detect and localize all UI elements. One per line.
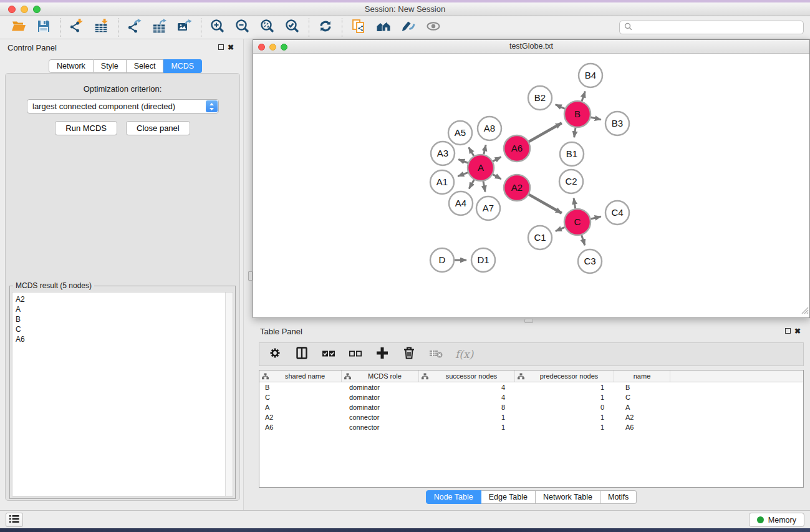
edit-annotations-button[interactable] [398,18,419,37]
result-item[interactable]: C [16,324,233,334]
edge-A-A4[interactable] [469,180,474,188]
edge-A-A6[interactable] [493,157,501,162]
tab-node-table[interactable]: Node Table [426,490,481,504]
zoom-selected-button[interactable] [282,18,303,37]
criterion-dropdown[interactable]: largest connected component (directed) [27,99,219,114]
edge-C-C3[interactable] [582,235,585,245]
network-minimize-button[interactable] [269,44,276,51]
select-all-button[interactable] [321,346,336,363]
node-A3[interactable]: A3 [431,142,455,165]
tab-network-table[interactable]: Network Table [536,490,600,504]
node-A2[interactable]: A2 [504,175,530,201]
save-session-button[interactable] [33,18,54,37]
edge-B-B1[interactable] [574,128,576,137]
node-B1[interactable]: B1 [560,142,584,166]
edge-A-A1[interactable] [458,173,468,177]
edge-C-C2[interactable] [574,198,576,209]
result-item[interactable]: A [16,304,233,314]
node-D1[interactable]: D1 [471,248,495,272]
search-input[interactable] [635,23,799,32]
edge-A-A3[interactable] [458,160,468,163]
zoom-fit-button[interactable] [257,18,278,37]
float-panel-icon[interactable] [216,44,226,51]
function-builder-button[interactable]: f(x) [455,348,473,360]
edge-A2-C[interactable] [529,195,562,213]
table-row[interactable]: A2connector11A2 [259,412,803,422]
zoom-in-button[interactable] [207,18,228,37]
node-B4[interactable]: B4 [579,64,602,87]
table-row[interactable]: A6connector11A6 [259,422,803,432]
export-table-button[interactable] [149,18,170,37]
node-C3[interactable]: C3 [578,249,602,273]
node-A[interactable]: A [468,155,494,181]
column-header-name[interactable]: name [614,370,670,382]
node-B[interactable]: B [564,101,591,127]
result-item[interactable]: A6 [16,334,233,344]
edge-A-A7[interactable] [483,181,485,192]
edge-B-B2[interactable] [556,105,565,109]
tab-select[interactable]: Select [127,59,164,73]
column-header-shared-name[interactable]: shared name [259,370,342,382]
export-network-button[interactable] [124,18,145,37]
deselect-all-button[interactable] [348,346,363,363]
node-C1[interactable]: C1 [528,226,552,249]
result-scrollbar[interactable] [225,293,233,496]
minimize-window-button[interactable] [21,6,28,13]
network-canvas[interactable]: AA1A2A3A4A5A6A7A8BB1B2B3B4CC1C2C3C4DD1 [253,54,809,317]
tab-motifs[interactable]: Motifs [600,490,637,504]
network-close-button[interactable] [258,44,265,51]
add-column-button[interactable] [375,346,390,363]
node-A6[interactable]: A6 [504,135,530,162]
node-C2[interactable]: C2 [559,170,583,193]
node-A7[interactable]: A7 [476,196,500,220]
result-item[interactable]: B [16,314,233,324]
zoom-window-button[interactable] [33,6,41,13]
run-mcds-button[interactable]: Run MCDS [55,121,117,135]
close-table-panel-icon[interactable]: ✖ [793,327,803,336]
table-row[interactable]: Cdominator41C [259,392,803,402]
tab-network[interactable]: Network [49,59,94,73]
open-session-button[interactable] [8,18,29,37]
import-network-button[interactable] [66,18,87,37]
edge-B-B4[interactable] [582,92,585,102]
node-A5[interactable]: A5 [448,121,472,145]
result-item[interactable]: A2 [16,294,233,304]
resize-grip-icon[interactable] [801,306,809,317]
refresh-button[interactable] [315,18,336,37]
zoom-out-button[interactable] [232,18,253,37]
tab-style[interactable]: Style [94,59,127,73]
node-D[interactable]: D [430,248,454,272]
delete-column-button[interactable] [402,346,417,363]
node-C4[interactable]: C4 [605,201,629,225]
tab-mcds[interactable]: MCDS [163,59,202,73]
tab-edge-table[interactable]: Edge Table [481,490,536,504]
node-B2[interactable]: B2 [528,86,552,110]
edge-C-C1[interactable] [556,227,565,231]
node-A8[interactable]: A8 [478,117,501,140]
column-header-predecessor-nodes[interactable]: predecessor nodes [515,370,614,382]
task-history-button[interactable] [6,513,23,527]
float-table-panel-icon[interactable] [783,327,793,335]
edge-A-A5[interactable] [469,147,474,156]
export-image-button[interactable] [174,18,195,37]
node-B3[interactable]: B3 [605,112,629,135]
settings-button[interactable] [268,346,282,363]
edge-B-B3[interactable] [591,117,600,120]
node-A1[interactable]: A1 [430,170,454,194]
splitter-handle-horizontal[interactable] [524,319,533,323]
memory-button[interactable]: Memory [749,513,804,527]
node-A4[interactable]: A4 [449,191,473,215]
duplicate-network-button[interactable] [348,18,369,37]
edge-A-A8[interactable] [484,145,486,154]
edge-A-A2[interactable] [493,175,501,179]
import-table-button[interactable] [91,18,112,37]
search-field[interactable] [619,21,804,34]
network-zoom-button[interactable] [281,44,287,51]
node-C[interactable]: C [564,209,591,235]
edge-C-C4[interactable] [591,216,600,219]
close-window-button[interactable] [8,6,16,13]
home-button[interactable] [373,18,394,37]
node-table[interactable]: shared nameMCDS rolesuccessor nodesprede… [259,370,804,488]
show-hide-button[interactable] [423,18,444,37]
table-row[interactable]: Adominator80A [259,402,803,412]
